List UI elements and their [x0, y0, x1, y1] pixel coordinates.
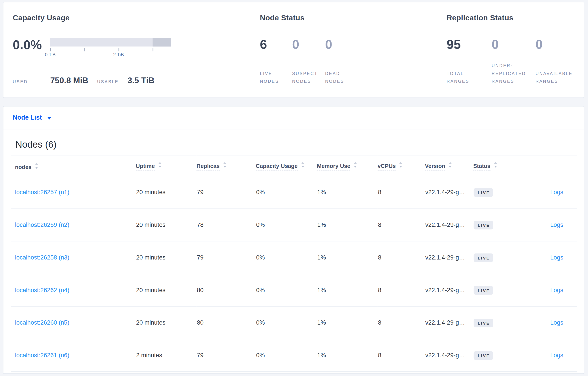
node-link[interactable]: localhost:26260 (n5) — [15, 320, 69, 326]
column-header-version[interactable]: Version — [425, 156, 473, 176]
sort-icon[interactable] — [35, 163, 38, 170]
column-header-uptime[interactable]: Uptime — [136, 156, 196, 176]
table-row: localhost:26260 (n5) 20 minutes 80 0% 1%… — [11, 306, 577, 339]
table-header-row: nodes Uptime Replicas Capacity Usage Mem — [11, 156, 577, 176]
version-cell: v22.1.4-29-g… — [425, 176, 473, 209]
under-replicated-ranges-stat: 0 UNDER-REPLICATED RANGES — [492, 37, 535, 86]
sort-icon[interactable] — [354, 162, 357, 169]
used-label: USED — [13, 79, 50, 84]
node-status-title: Node Status — [260, 13, 304, 22]
replicas-cell: 79 — [196, 339, 256, 372]
total-ranges-stat: 95 TOTAL RANGES — [447, 37, 488, 86]
capacity-usage-cell: 0% — [256, 339, 317, 372]
live-nodes-value: 6 — [260, 37, 290, 52]
suspect-nodes-stat: 0 SUSPECT NODES — [292, 37, 325, 86]
column-header-capacity-usage[interactable]: Capacity Usage — [256, 156, 317, 176]
vcpus-cell: 8 — [378, 306, 425, 339]
memory-use-cell: 1% — [317, 209, 378, 241]
chevron-down-icon — [47, 114, 52, 121]
unavailable-ranges-stat: 0 UNAVAILABLE RANGES — [536, 37, 578, 86]
version-cell: v22.1.4-29-g… — [425, 209, 473, 241]
sort-icon[interactable] — [301, 162, 304, 169]
capacity-usage-cell: 0% — [256, 209, 317, 241]
sort-icon[interactable] — [494, 162, 497, 169]
replicas-cell: 79 — [196, 241, 256, 274]
usable-label: USABLE — [97, 79, 127, 84]
column-header-vcpus[interactable]: vCPUs — [378, 156, 425, 176]
nodes-heading: Nodes (6) — [15, 139, 576, 150]
replicas-cell: 79 — [196, 176, 256, 209]
unavailable-ranges-label: UNAVAILABLE RANGES — [536, 70, 578, 85]
under-replicated-ranges-label: UNDER-REPLICATED RANGES — [492, 62, 535, 85]
suspect-nodes-value: 0 — [292, 37, 325, 52]
status-badge: LIVE — [474, 286, 493, 294]
dead-nodes-value: 0 — [325, 37, 355, 52]
unavailable-ranges-value: 0 — [536, 37, 578, 52]
sort-icon[interactable] — [399, 162, 402, 169]
sort-icon[interactable] — [449, 162, 452, 169]
logs-link[interactable]: Logs — [550, 352, 563, 358]
capacity-bar — [50, 38, 171, 46]
node-list-panel: Node List Nodes (6) nodes — [3, 106, 584, 374]
node-link[interactable]: localhost:26262 (n4) — [15, 287, 69, 293]
table-row: localhost:26262 (n4) 20 minutes 80 0% 1%… — [11, 274, 577, 306]
uptime-cell: 20 minutes — [136, 209, 196, 241]
vcpus-cell: 8 — [378, 241, 425, 274]
table-row: localhost:26258 (n3) 20 minutes 79 0% 1%… — [11, 241, 577, 274]
node-link[interactable]: localhost:26257 (n1) — [15, 189, 69, 195]
uptime-cell: 20 minutes — [136, 306, 196, 339]
vcpus-cell: 8 — [378, 209, 425, 241]
node-link[interactable]: localhost:26261 (n6) — [15, 352, 69, 358]
dead-nodes-label: DEAD NODES — [325, 70, 355, 85]
capacity-usage-title: Capacity Usage — [13, 13, 70, 22]
column-header-memory-use[interactable]: Memory Use — [317, 156, 378, 176]
logs-link[interactable]: Logs — [550, 254, 563, 261]
status-badge: LIVE — [474, 318, 493, 327]
capacity-usage-bar-chart: 0 TiB 2 TiB — [50, 38, 171, 59]
axis-tick-label: 2 TiB — [107, 52, 130, 57]
memory-use-cell: 1% — [317, 306, 378, 339]
cluster-summary-card: Capacity Usage 0.0% 0 TiB 2 TiB USED 750… — [3, 2, 584, 98]
logs-link[interactable]: Logs — [550, 320, 563, 326]
cluster-overview-page: Capacity Usage 0.0% 0 TiB 2 TiB USED 750… — [0, 0, 588, 376]
uptime-cell: 20 minutes — [136, 241, 196, 274]
version-cell: v22.1.4-29-g… — [425, 339, 473, 372]
capacity-bar-reserved-segment — [153, 38, 171, 46]
capacity-legend: USED 750.8 MiB USABLE 3.5 TiB — [13, 76, 155, 85]
column-header-status[interactable]: Status — [473, 156, 521, 176]
live-nodes-label: LIVE NODES — [260, 70, 290, 85]
capacity-used-percent: 0.0% — [13, 37, 42, 52]
dead-nodes-stat: 0 DEAD NODES — [325, 37, 355, 86]
sort-icon[interactable] — [223, 162, 226, 169]
column-header-replicas[interactable]: Replicas — [196, 156, 256, 176]
capacity-usage-cell: 0% — [256, 306, 317, 339]
version-cell: v22.1.4-29-g… — [425, 306, 473, 339]
capacity-usage-cell: 0% — [256, 241, 317, 274]
node-list-dropdown[interactable]: Node List — [3, 107, 584, 130]
nodes-table: nodes Uptime Replicas Capacity Usage Mem — [11, 156, 577, 372]
column-header-nodes[interactable]: nodes — [11, 156, 136, 176]
logs-link[interactable]: Logs — [550, 189, 563, 195]
node-list-dropdown-label[interactable]: Node List — [13, 114, 42, 121]
replication-status-title: Replication Status — [447, 13, 513, 22]
used-value: 750.8 MiB — [50, 76, 97, 85]
memory-use-cell: 1% — [317, 241, 378, 274]
status-badge: LIVE — [474, 351, 493, 360]
vcpus-cell: 8 — [378, 274, 425, 306]
axis-tick — [84, 48, 85, 51]
version-cell: v22.1.4-29-g… — [425, 274, 473, 306]
node-link[interactable]: localhost:26259 (n2) — [15, 221, 69, 228]
version-cell: v22.1.4-29-g… — [425, 241, 473, 274]
total-ranges-label: TOTAL RANGES — [447, 70, 488, 85]
logs-link[interactable]: Logs — [550, 221, 563, 228]
logs-link[interactable]: Logs — [550, 287, 563, 293]
status-badge: LIVE — [474, 188, 493, 197]
usable-value: 3.5 TiB — [127, 76, 155, 85]
node-link[interactable]: localhost:26258 (n3) — [15, 254, 69, 261]
sort-icon[interactable] — [158, 162, 162, 169]
status-badge: LIVE — [474, 253, 493, 262]
replicas-cell: 78 — [196, 209, 256, 241]
table-row: localhost:26261 (n6) 2 minutes 79 0% 1% … — [11, 339, 577, 372]
capacity-usage-cell: 0% — [256, 176, 317, 209]
total-ranges-value: 95 — [447, 37, 488, 52]
